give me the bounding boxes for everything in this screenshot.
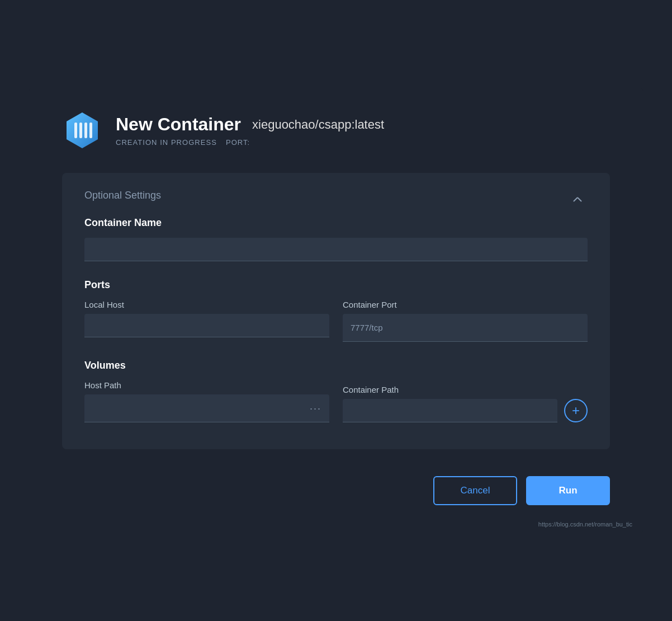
ports-label: Ports xyxy=(84,279,588,291)
local-host-input[interactable] xyxy=(84,314,329,337)
port-label: PORT: xyxy=(226,138,250,147)
ports-grid: Local Host Container Port 7777/tcp xyxy=(84,300,588,342)
ports-section: Ports Local Host Container Port 7777/tcp xyxy=(84,279,588,342)
subtitle-row: CREATION IN PROGRESS PORT: xyxy=(116,138,384,147)
container-icon xyxy=(62,110,102,150)
dialog-container: New Container xieguochao/csapp:latest CR… xyxy=(29,88,643,533)
container-path-label: Container Path xyxy=(343,385,588,394)
container-name-input[interactable] xyxy=(84,238,588,261)
settings-header: Optional Settings xyxy=(84,190,588,201)
host-path-input[interactable] xyxy=(84,394,329,422)
container-name-section: Container Name xyxy=(84,217,588,261)
dialog-header: New Container xieguochao/csapp:latest CR… xyxy=(62,110,610,150)
container-path-field: Container Path + xyxy=(343,385,588,422)
volumes-section: Volumes Host Path ··· Container Path + xyxy=(84,360,588,422)
container-path-input[interactable] xyxy=(343,399,557,422)
svg-rect-2 xyxy=(79,123,82,138)
local-host-field: Local Host xyxy=(84,300,329,342)
local-host-label: Local Host xyxy=(84,300,329,309)
svg-rect-3 xyxy=(84,123,87,138)
image-name: xieguochao/csapp:latest xyxy=(252,117,384,132)
status-label: CREATION IN PROGRESS xyxy=(116,138,217,147)
container-port-label: Container Port xyxy=(343,300,588,309)
dialog-title: New Container xyxy=(116,114,241,135)
chevron-up-icon xyxy=(572,192,583,199)
host-path-wrapper: ··· xyxy=(84,394,329,422)
settings-title: Optional Settings xyxy=(84,190,161,201)
svg-rect-1 xyxy=(74,123,77,138)
run-button[interactable]: Run xyxy=(526,476,610,505)
svg-rect-4 xyxy=(89,123,92,138)
host-path-label: Host Path xyxy=(84,380,329,390)
header-text: New Container xieguochao/csapp:latest CR… xyxy=(116,114,384,147)
title-row: New Container xieguochao/csapp:latest xyxy=(116,114,384,135)
container-path-wrapper: + xyxy=(343,399,588,422)
volumes-label: Volumes xyxy=(84,360,588,371)
container-name-label: Container Name xyxy=(84,217,588,229)
bottom-url: https://blog.csdn.net/roman_bu_tic xyxy=(538,521,632,528)
settings-panel: Optional Settings Container Name Ports L… xyxy=(62,173,610,449)
cancel-button[interactable]: Cancel xyxy=(433,476,517,505)
container-port-value: 7777/tcp xyxy=(343,314,588,342)
container-port-field: Container Port 7777/tcp xyxy=(343,300,588,342)
dialog-footer: Cancel Run xyxy=(62,472,610,505)
volumes-grid: Host Path ··· Container Path + xyxy=(84,380,588,422)
host-path-field: Host Path ··· xyxy=(84,380,329,422)
add-volume-button[interactable]: + xyxy=(564,399,588,422)
collapse-button[interactable] xyxy=(567,190,588,201)
